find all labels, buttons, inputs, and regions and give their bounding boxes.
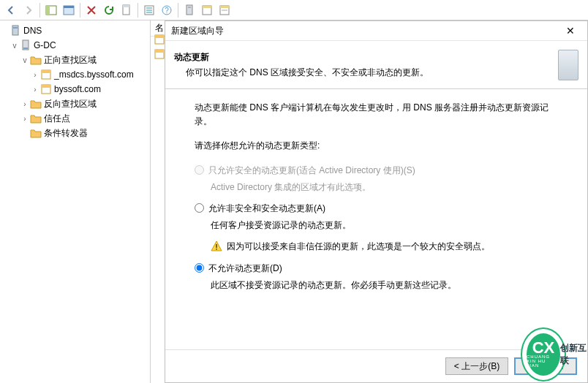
wizard-back-button[interactable]: < 上一步(B) (445, 357, 508, 375)
prompt-text: 请选择你想允许的动态更新类型: (195, 139, 558, 153)
dialog-body: 动态更新能使 DNS 客户端计算机在每次发生更改时，用 DNS 服务器注册并动态… (165, 89, 587, 349)
dialog-header: 动态更新 你可以指定这个 DNS 区域接受安全、不安全或非动态的更新。 (165, 41, 587, 89)
tree-trust-label: 信任点 (44, 113, 70, 125)
zone-icon (40, 83, 52, 95)
radio-allow-all-desc: 任何客户接受资源记录的动态更新。 (195, 219, 558, 232)
tree-server[interactable]: v G-DC (0, 38, 150, 53)
expander-icon[interactable]: › (31, 86, 39, 94)
toolbar-button-c[interactable] (199, 2, 215, 18)
tree-conditional-fwd[interactable]: 条件转发器 (0, 126, 150, 140)
radio-option-allow-all[interactable]: 允许非安全和安全动态更新(A) (195, 202, 558, 216)
radio-disallow[interactable] (195, 263, 204, 273)
help-button[interactable]: ? (159, 2, 175, 18)
svg-rect-19 (12, 26, 18, 35)
toolbar-button-a[interactable] (61, 2, 77, 18)
svg-rect-22 (23, 48, 28, 49)
folder-icon (30, 128, 42, 138)
folder-icon (30, 55, 42, 65)
zone-icon (40, 69, 52, 80)
svg-rect-12 (186, 5, 192, 15)
panel-icon (45, 4, 57, 16)
tree-server-label: G-DC (34, 40, 56, 50)
radio-secure-only-desc: Active Directory 集成的区域才有此选项。 (195, 181, 558, 194)
dns-tree[interactable]: DNS v G-DC v 正向查找区域 › _ (0, 23, 150, 140)
svg-rect-20 (13, 27, 18, 29)
dialog-titlebar[interactable]: 新建区域向导 ✕ (165, 21, 587, 41)
svg-rect-30 (155, 50, 164, 53)
toolbar: ? (0, 0, 588, 20)
svg-rect-32 (216, 249, 217, 250)
x-icon (86, 4, 97, 16)
radio-option-disallow[interactable]: 不允许动态更新(D) (195, 262, 558, 276)
server-icon (558, 50, 578, 80)
svg-rect-24 (42, 70, 50, 73)
expander-icon[interactable]: › (20, 115, 29, 123)
radio-allow-all[interactable] (195, 203, 204, 213)
dialog-close-button[interactable]: ✕ (559, 23, 581, 38)
tree-root-label: DNS (23, 26, 42, 36)
records-icon (201, 4, 213, 16)
page-icon (121, 4, 132, 16)
nav-back-button[interactable] (3, 2, 19, 18)
warning-icon (211, 240, 222, 252)
svg-rect-28 (155, 35, 164, 38)
tree-forward-zones[interactable]: v 正向查找区域 (0, 53, 150, 67)
tree-trust-points[interactable]: › 信任点 (0, 111, 150, 126)
expander-icon[interactable]: v (10, 42, 19, 50)
intro-text: 动态更新能使 DNS 客户端计算机在每次发生更改时，用 DNS 服务器注册并动态… (195, 101, 558, 129)
dns-icon (10, 25, 21, 37)
toolbar-separator (137, 3, 138, 18)
refresh-button[interactable] (101, 2, 117, 18)
arrow-left-icon (5, 4, 17, 16)
close-icon: ✕ (566, 25, 575, 37)
tree-zone-byssoft[interactable]: › byssoft.com (0, 82, 150, 96)
tree-root-dns[interactable]: DNS (0, 23, 150, 38)
folder-icon (30, 99, 42, 109)
delete-button[interactable] (83, 2, 99, 18)
svg-rect-26 (42, 85, 50, 88)
export-button[interactable] (118, 2, 135, 18)
svg-rect-17 (220, 6, 229, 8)
svg-rect-3 (64, 6, 74, 8)
toolbar-button-d[interactable] (216, 2, 233, 18)
radio-secure-only-label: 只允许安全的动态更新(适合 Active Directory 使用)(S) (208, 164, 415, 178)
wizard-back-label: < 上一步(B) (454, 360, 500, 373)
expander-icon[interactable]: › (31, 71, 39, 79)
wizard-next-button[interactable]: 下一步(N (514, 357, 577, 375)
tree-condfwd-label: 条件转发器 (44, 127, 88, 140)
window-icon (63, 4, 75, 16)
svg-text:?: ? (165, 7, 169, 15)
tree-zone-msdcs[interactable]: › _msdcs.byssoft.com (0, 67, 150, 82)
toolbar-button-b[interactable] (181, 2, 197, 18)
arrow-right-icon (23, 4, 34, 16)
radio-disallow-label: 不允许动态更新(D) (208, 262, 282, 276)
refresh-icon (103, 4, 115, 16)
server-icon (184, 4, 195, 16)
server-icon (20, 39, 31, 51)
show-hide-tree-button[interactable] (43, 2, 59, 18)
dialog-button-bar: < 上一步(B) 下一步(N (165, 349, 587, 382)
expander-icon[interactable]: › (20, 100, 29, 108)
zone-icon (154, 34, 165, 45)
dialog-title: 新建区域向导 (171, 25, 224, 37)
toolbar-separator (80, 3, 80, 18)
toolbar-separator (39, 3, 40, 18)
expander-icon[interactable]: v (20, 56, 29, 64)
tree-fwd-label: 正向查找区域 (44, 54, 97, 67)
radio-disallow-desc: 此区域不接受资源记录的动态更新。你必须手动更新这些记录。 (195, 278, 558, 292)
svg-rect-1 (46, 6, 50, 15)
new-zone-wizard-dialog: 新建区域向导 ✕ 动态更新 你可以指定这个 DNS 区域接受安全、不安全或非动态… (165, 20, 588, 383)
tree-msdcs-label: _msdcs.byssoft.com (54, 69, 134, 80)
folder-icon (30, 113, 42, 124)
background-list-icons (154, 34, 165, 60)
wizard-next-label: 下一步(N (528, 360, 564, 373)
svg-rect-31 (216, 244, 217, 248)
tree-pane: DNS v G-DC v 正向查找区域 › _ (0, 20, 151, 383)
nav-forward-button[interactable] (20, 2, 37, 18)
list-icon (143, 4, 155, 16)
properties-button[interactable] (141, 2, 157, 18)
radio-allow-all-label: 允许非安全和安全动态更新(A) (208, 202, 325, 216)
tree-reverse-zones[interactable]: › 反向查找区域 (0, 96, 150, 111)
radio-secure-only (195, 165, 204, 175)
tree-rev-label: 反向查找区域 (44, 98, 97, 110)
